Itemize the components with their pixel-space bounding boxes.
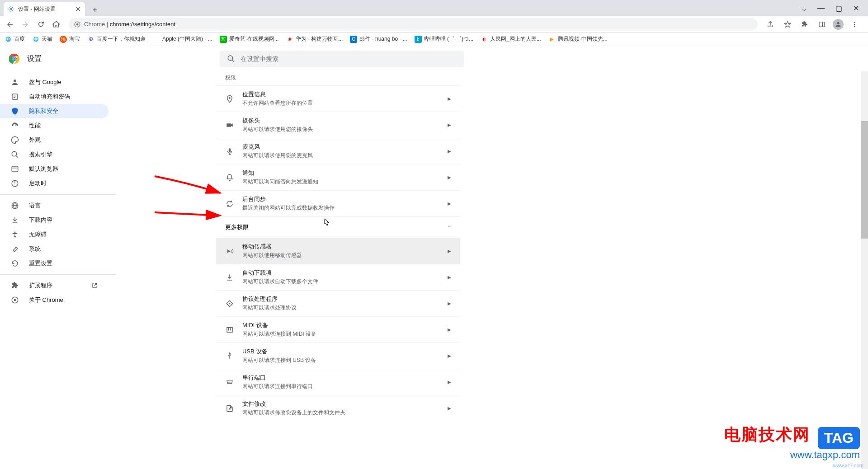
row-camera[interactable]: 摄像头网站可以请求使用您的摄像头 ▶: [216, 112, 460, 138]
sidebar-item-default-browser[interactable]: 默认浏览器: [0, 162, 108, 176]
accessibility-icon: [11, 230, 20, 239]
address-bar[interactable]: Chrome | chrome://settings/content: [69, 18, 758, 31]
svg-rect-17: [12, 94, 18, 99]
sidebar-item-language[interactable]: 语言: [0, 198, 108, 213]
chevron-right-icon: ▶: [448, 327, 451, 332]
forward-button[interactable]: [19, 18, 32, 31]
share-icon[interactable]: [764, 18, 777, 31]
sidebar-item-you-google[interactable]: 您与 Google: [0, 75, 108, 89]
back-button[interactable]: [4, 18, 16, 31]
row-midi[interactable]: MIDI 设备网站可以请求连接到 MIDI 设备 ▶: [216, 316, 460, 342]
chevron-down-icon[interactable]: ⌵: [802, 4, 807, 13]
sidebar-item-downloads[interactable]: 下载内容: [0, 213, 108, 227]
chevron-up-icon: ⌃: [448, 225, 451, 230]
location-icon: [225, 95, 234, 103]
bookmark-item[interactable]: Apple (中国大陆) - ...: [153, 35, 212, 43]
sidepanel-icon[interactable]: [816, 18, 828, 31]
window-titlebar: 设置 - 网站设置 ✕ + ⌵ — ▢ ✕: [0, 0, 868, 16]
settings-search[interactable]: [220, 51, 464, 67]
bookmark-item[interactable]: ⦿百度一下，你就知道: [87, 35, 146, 43]
chevron-right-icon: ▶: [448, 353, 451, 358]
minimize-icon[interactable]: —: [817, 4, 825, 13]
row-microphone[interactable]: 麦克风网站可以请求使用您的麦克风 ▶: [216, 138, 460, 164]
file-edit-icon: [225, 404, 234, 413]
bookmark-item[interactable]: 🌐百度: [5, 35, 25, 43]
svg-point-42: [231, 382, 231, 383]
search-input[interactable]: [241, 55, 457, 62]
sidebar-item-reset[interactable]: 重置设置: [0, 256, 108, 271]
svg-point-0: [10, 8, 12, 10]
svg-rect-33: [226, 123, 231, 127]
row-motion-sensors[interactable]: 移动传感器网站可以使用移动传感器 ▶: [216, 238, 460, 264]
bookmark-item[interactable]: O邮件 - huang bo - ...: [350, 35, 407, 43]
bookmark-star-icon[interactable]: [781, 18, 794, 31]
sidebar-item-autofill[interactable]: 自动填充和密码: [0, 89, 108, 104]
scroll-thumb[interactable]: [861, 121, 868, 239]
bookmark-item[interactable]: ❀华为 - 构建万物互...: [286, 35, 343, 43]
bell-icon: [225, 174, 234, 182]
bookmark-item[interactable]: ▶腾讯视频-中国领先...: [548, 35, 608, 43]
row-auto-downloads[interactable]: 自动下载项网站可以请求自动下载多个文件 ▶: [216, 264, 460, 290]
svg-point-7: [854, 23, 855, 25]
autofill-icon: [11, 93, 20, 101]
extensions-icon[interactable]: [798, 18, 811, 31]
sidebar-item-performance[interactable]: 性能: [0, 118, 108, 133]
vertical-scrollbar[interactable]: [861, 71, 868, 469]
svg-point-35: [229, 250, 231, 252]
sidebar-item-system[interactable]: 系统: [0, 242, 108, 256]
sidebar-item-extensions[interactable]: 扩展程序: [0, 278, 108, 293]
browser-icon: [11, 165, 20, 173]
bookmark-item[interactable]: 艺爱奇艺-在线视频网...: [220, 35, 279, 43]
bookmark-item[interactable]: ◐人民网_网上的人民...: [481, 35, 541, 43]
bookmark-item[interactable]: 🌐天猫: [32, 35, 52, 43]
close-tab-icon[interactable]: ✕: [74, 5, 81, 13]
svg-point-29: [14, 231, 16, 233]
globe-icon: [11, 202, 20, 210]
chevron-right-icon: ▶: [448, 96, 451, 101]
reload-button[interactable]: [34, 18, 47, 31]
more-permissions-toggle[interactable]: 更多权限 ⌃: [216, 216, 460, 238]
usb-icon: [225, 352, 234, 360]
new-tab-button[interactable]: +: [89, 4, 101, 16]
svg-point-13: [14, 58, 16, 60]
browser-toolbar: Chrome | chrome://settings/content: [0, 16, 868, 33]
row-location[interactable]: 位置信息不允许网站查看您所在的位置 ▶: [216, 85, 460, 112]
sync-icon: [225, 200, 234, 208]
close-icon[interactable]: ✕: [853, 4, 859, 13]
bookmark-item[interactable]: 淘淘宝: [60, 35, 80, 43]
site-icon: ❀: [286, 36, 293, 43]
svg-point-32: [229, 97, 231, 98]
row-serial[interactable]: 串行端口网站可以请求连接到串行端口 ▶: [216, 369, 460, 395]
sidebar-item-search-engine[interactable]: 搜索引擎: [0, 147, 108, 162]
window-controls: ⌵ — ▢ ✕: [802, 4, 864, 16]
svg-line-21: [16, 155, 18, 158]
svg-rect-22: [12, 166, 18, 172]
chevron-right-icon: ▶: [448, 122, 451, 127]
sidebar-item-appearance[interactable]: 外观: [0, 133, 108, 147]
row-usb[interactable]: USB 设备网站可以请求连接到 USB 设备 ▶: [216, 342, 460, 369]
chevron-right-icon: ▶: [448, 380, 451, 385]
sidebar-item-privacy[interactable]: 隐私和安全: [0, 104, 108, 118]
search-icon: [227, 55, 235, 63]
restore-icon: [11, 259, 20, 267]
svg-point-31: [14, 299, 16, 301]
row-file-edit[interactable]: 文件修改网站可以请求修改您设备上的文件和文件夹 ▶: [216, 395, 460, 421]
browser-tab[interactable]: 设置 - 网站设置 ✕: [4, 2, 85, 16]
globe-icon: 🌐: [5, 36, 12, 43]
sidebar-item-about[interactable]: 关于 Chrome: [0, 293, 108, 307]
site-icon: b: [415, 36, 422, 43]
sidebar-item-startup[interactable]: 启动时: [0, 176, 108, 191]
bookmark-item[interactable]: b哔哩哔哩 (゜-゜)つ...: [415, 35, 473, 43]
row-background-sync[interactable]: 后台同步最近关闭的网站可以完成数据收发操作 ▶: [216, 190, 460, 216]
home-button[interactable]: [50, 18, 62, 31]
svg-rect-37: [227, 327, 232, 332]
svg-line-15: [232, 60, 234, 62]
maximize-icon[interactable]: ▢: [835, 4, 842, 13]
profile-avatar[interactable]: [833, 19, 844, 30]
menu-icon[interactable]: [848, 18, 861, 31]
piano-icon: [225, 326, 234, 334]
svg-point-6: [854, 22, 855, 23]
row-notifications[interactable]: 通知网站可以询问能否向您发送通知 ▶: [216, 164, 460, 190]
row-protocol-handlers[interactable]: 协议处理程序网站可以请求处理协议 ▶: [216, 290, 460, 316]
sidebar-item-accessibility[interactable]: 无障碍: [0, 227, 108, 242]
